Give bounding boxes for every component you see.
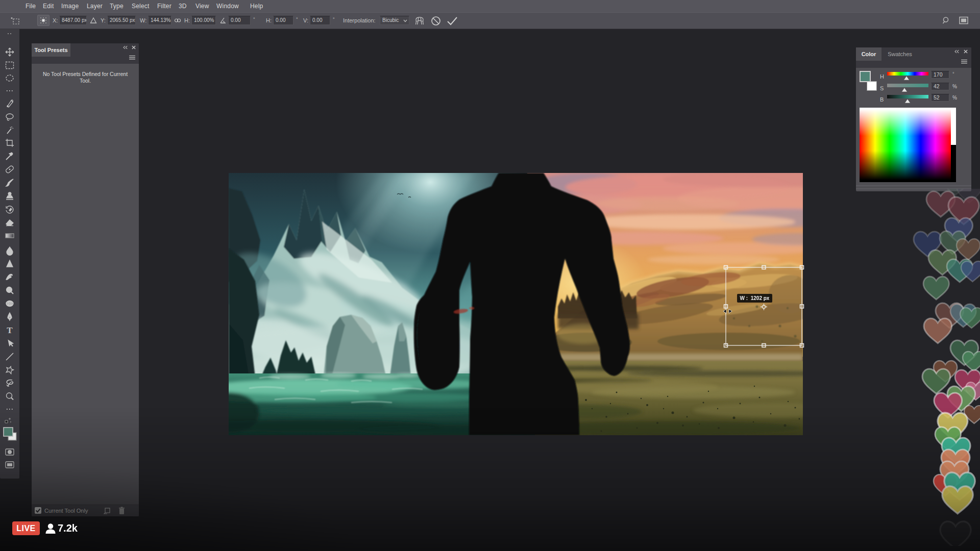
- svg-text:T: T: [7, 325, 13, 335]
